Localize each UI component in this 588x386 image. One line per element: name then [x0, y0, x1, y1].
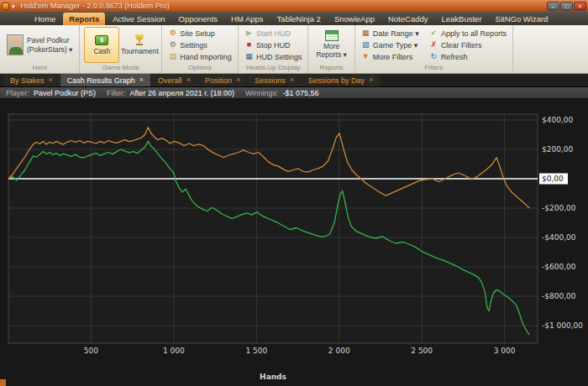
- settings-label: Settings: [180, 41, 207, 50]
- svg-text:2 000: 2 000: [328, 347, 350, 355]
- group-label-reports: Reports: [312, 63, 349, 73]
- report-tab-by-stakes[interactable]: By Stakes ×: [3, 74, 60, 86]
- stop-hud-button[interactable]: ■ Stop HUD: [243, 39, 292, 50]
- hand-importing-label: Hand Importing: [180, 53, 232, 61]
- hero-site: (PokerStars) ▾: [27, 45, 72, 55]
- ribbon: Pavel Podkur (PokerStars) ▾ Hero $ Cash …: [0, 25, 588, 74]
- clear-icon: ✗: [429, 41, 438, 49]
- cash-label: Cash: [93, 47, 110, 55]
- tab-snowieapp[interactable]: SnowieApp: [328, 13, 381, 25]
- maximize-button[interactable]: □: [560, 2, 573, 11]
- player-value: Pavel Podkur (PS): [34, 89, 96, 97]
- play-icon: ▶: [244, 29, 254, 37]
- date-range-label: Date Range ▾: [373, 29, 419, 38]
- report-tab-sessions-by-day[interactable]: Sessions by Day ×: [302, 74, 380, 86]
- close-tab-icon[interactable]: ×: [186, 76, 191, 84]
- tab-tableninja-2[interactable]: TableNinja 2: [271, 13, 327, 25]
- close-tab-icon[interactable]: ×: [290, 76, 294, 84]
- filter-label: Filter:: [107, 89, 126, 97]
- game-type-button[interactable]: ▧ Game Type ▾: [360, 39, 421, 50]
- trophy-icon: [133, 34, 146, 45]
- tab-hm-apps[interactable]: HM Apps: [225, 13, 270, 25]
- group-label-hud: Heads-Up Display: [243, 63, 304, 73]
- more-reports-label: More Reports ▾: [316, 43, 346, 60]
- clear-filters-label: Clear Filters: [441, 41, 482, 50]
- results-graph-plot: 5001 0001 5002 0002 5003 000$400,00$200,…: [0, 99, 588, 386]
- report-tab-overall[interactable]: Overall ×: [151, 74, 197, 86]
- group-label-game-mode: Game Mode: [84, 63, 157, 73]
- hud-settings-button[interactable]: ▦ HUD Settings: [243, 51, 304, 62]
- refresh-button[interactable]: ↻ Refresh: [428, 51, 508, 62]
- more-filters-label: More Filters: [373, 53, 413, 61]
- group-options: ⚙ Site Setup ⚙ Settings ▤ Hand Importing…: [162, 25, 239, 73]
- hero-selector-button[interactable]: Pavel Podkur (PokerStars) ▾: [4, 34, 75, 56]
- svg-text:-$800,00: -$800,00: [542, 292, 576, 300]
- check-icon: ✓: [429, 29, 438, 37]
- tab-opponents[interactable]: Opponents: [173, 13, 223, 25]
- tab-reports[interactable]: Reports: [63, 13, 105, 25]
- stop-hud-label: Stop HUD: [256, 41, 291, 50]
- report-tab-label: By Stakes: [10, 76, 45, 85]
- settings-button[interactable]: ⚙ Settings: [166, 39, 209, 50]
- game-type-label: Game Type ▾: [373, 41, 417, 50]
- more-reports-button[interactable]: More Reports ▾: [312, 29, 349, 61]
- report-tab-label: Overall: [158, 76, 182, 85]
- tab-active-session[interactable]: Active Session: [107, 13, 171, 25]
- gear-icon: ⚙: [168, 41, 177, 49]
- site-setup-label: Site Setup: [180, 29, 215, 38]
- close-tab-icon[interactable]: ×: [236, 76, 240, 84]
- more-filters-button[interactable]: ▼ More Filters: [360, 51, 421, 62]
- hud-settings-label: HUD Settings: [256, 53, 302, 61]
- tab-notecaddy[interactable]: NoteCaddy: [382, 13, 434, 25]
- date-range-button[interactable]: ▦ Date Range ▾: [360, 28, 421, 39]
- hand-importing-button[interactable]: ▤ Hand Importing: [166, 51, 234, 62]
- report-tab-sessions[interactable]: Sessions ×: [248, 74, 301, 86]
- svg-text:-$1 000,00: -$1 000,00: [542, 321, 583, 330]
- ribbon-tab-bar: Home Reports Active Session Opponents HM…: [0, 12, 588, 25]
- svg-text:-$400,00: -$400,00: [542, 233, 576, 242]
- report-tab-label: Sessions by Day: [308, 76, 365, 85]
- apply-to-all-reports-button[interactable]: ✓ Apply to all Reports: [428, 28, 508, 39]
- report-tab-position[interactable]: Position ×: [198, 74, 247, 86]
- apply-to-all-reports-label: Apply to all Reports: [441, 29, 507, 38]
- cash-icon: $: [95, 35, 108, 45]
- titlebar-dropdown-icon[interactable]: ▾: [12, 3, 15, 9]
- site-setup-button[interactable]: ⚙ Site Setup: [166, 28, 217, 39]
- close-tab-icon[interactable]: ×: [139, 76, 144, 84]
- close-tab-icon[interactable]: ×: [49, 76, 53, 84]
- report-tab-bar: By Stakes × Cash Results Graph × Overall…: [0, 74, 588, 87]
- group-label-filters: Filters: [360, 63, 508, 73]
- app-window: ▾ Hold'em Manager - 2.0.0.8673 (Holdem P…: [0, 0, 588, 386]
- titlebar: ▾ Hold'em Manager - 2.0.0.8673 (Holdem P…: [0, 0, 588, 12]
- tab-sitngo-wizard[interactable]: SitNGo Wizard: [490, 13, 554, 25]
- tournament-mode-button[interactable]: Tournament: [122, 27, 157, 63]
- svg-text:-$200,00: -$200,00: [542, 204, 576, 212]
- refresh-label: Refresh: [441, 53, 468, 61]
- stop-icon: ■: [244, 41, 254, 49]
- report-tab-label: Cash Results Graph: [67, 76, 135, 85]
- clear-filters-button[interactable]: ✗ Clear Filters: [428, 39, 508, 50]
- tab-leakbuster[interactable]: LeakBuster: [435, 13, 487, 25]
- group-hero: Pavel Podkur (PokerStars) ▾ Hero: [0, 25, 80, 73]
- start-hud-button[interactable]: ▶ Start HUD: [243, 28, 292, 39]
- ribbon-spacer: [513, 25, 588, 73]
- titlebar-left: ▾ Hold'em Manager - 2.0.0.8673 (Holdem P…: [2, 2, 170, 10]
- report-tab-label: Position: [205, 76, 232, 85]
- svg-text:500: 500: [84, 347, 98, 355]
- minimize-button[interactable]: –: [547, 2, 559, 11]
- cash-mode-button[interactable]: $ Cash: [84, 27, 119, 63]
- player-label: Player:: [6, 89, 29, 97]
- svg-text:$0,00: $0,00: [542, 175, 564, 183]
- close-tab-icon[interactable]: ×: [369, 76, 373, 84]
- app-logo-icon[interactable]: [2, 3, 9, 10]
- report-tab-cash-results-graph[interactable]: Cash Results Graph ×: [60, 74, 150, 86]
- svg-text:$200,00: $200,00: [542, 145, 573, 154]
- tab-home[interactable]: Home: [29, 13, 61, 25]
- window-resize-grip[interactable]: [0, 379, 6, 386]
- close-button[interactable]: ×: [574, 2, 586, 11]
- document-icon: ▤: [168, 53, 177, 60]
- group-reports: More Reports ▾ Reports: [308, 25, 354, 73]
- calendar-icon: ▦: [361, 29, 370, 37]
- monitor-icon: ▦: [244, 53, 254, 60]
- refresh-icon: ↻: [429, 53, 438, 60]
